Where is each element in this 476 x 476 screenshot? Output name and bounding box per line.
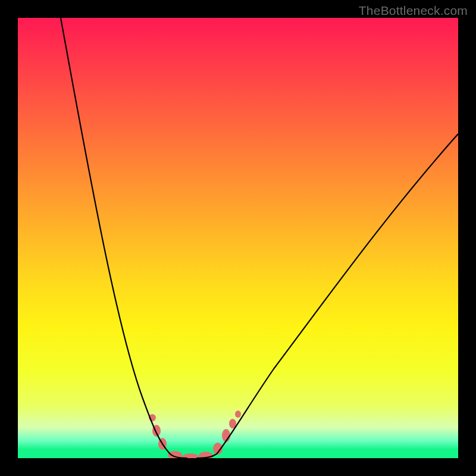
watermark-text: TheBottleneck.com <box>359 4 468 18</box>
curve-marker <box>182 453 199 458</box>
curve-marker <box>235 411 241 418</box>
chart-svg <box>18 18 458 458</box>
marker-group <box>149 411 241 458</box>
curve-left <box>61 18 187 458</box>
curve-right <box>196 134 458 458</box>
